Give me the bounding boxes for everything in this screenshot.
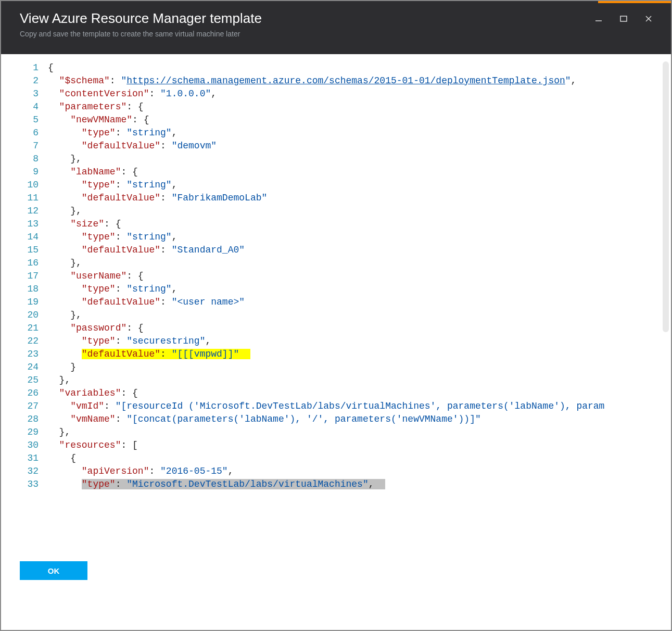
code-content: "defaultValue": "Standard_A0" (48, 244, 671, 257)
line-number: 27 (1, 400, 48, 413)
code-line: 33 "type": "Microsoft.DevTestLab/labs/vi… (1, 478, 671, 491)
line-number: 32 (1, 465, 48, 478)
line-number: 6 (1, 127, 48, 140)
token-key: "parameters" (59, 102, 127, 112)
token-punc: : (116, 232, 127, 242)
token-key: "size" (70, 219, 104, 229)
code-line: 9 "labName": { (1, 166, 671, 179)
line-number: 20 (1, 309, 48, 322)
ok-button[interactable]: OK (20, 561, 87, 580)
code-editor[interactable]: 1{2 "$schema": "https://schema.managemen… (1, 54, 671, 545)
token-punc: : (116, 414, 127, 424)
token-key: "type" (82, 128, 116, 138)
code-line: 30 "resources": [ (1, 439, 671, 452)
code-line: 6 "type": "string", (1, 127, 671, 140)
maximize-icon[interactable] (617, 14, 630, 24)
token-str: "string" (126, 180, 171, 190)
code-line: 2 "$schema": "https://schema.management.… (1, 74, 671, 87)
token-punc (48, 401, 70, 411)
code-content: "type": "string", (48, 283, 671, 296)
token-punc: : { (126, 102, 143, 112)
token-punc: : (116, 284, 127, 294)
code-content: { (48, 452, 671, 465)
line-number: 10 (1, 179, 48, 192)
token-punc: , (172, 232, 177, 242)
token-key: "newVMName" (70, 115, 132, 125)
code-content: "size": { (48, 218, 671, 231)
scrollbar[interactable] (663, 61, 669, 332)
selected-line: "type": "Microsoft.DevTestLab/labs/virtu… (82, 479, 385, 489)
token-punc (48, 440, 59, 450)
token-str: "securestring" (126, 336, 205, 346)
code-line: 21 "password": { (1, 322, 671, 335)
token-punc: { (48, 453, 76, 463)
code-line: 27 "vmId": "[resourceId ('Microsoft.DevT… (1, 400, 671, 413)
token-punc (48, 479, 82, 489)
code-content: "defaultValue": "<user name>" (48, 296, 671, 309)
code-line: 31 { (1, 452, 671, 465)
token-punc (48, 219, 70, 229)
token-punc (48, 297, 82, 307)
code-line: 11 "defaultValue": "FabrikamDemoLab" (1, 192, 671, 205)
code-line: 26 "variables": { (1, 387, 671, 400)
line-number: 22 (1, 335, 48, 348)
token-punc: , (369, 479, 374, 489)
token-punc (48, 323, 70, 333)
token-str: " (565, 75, 571, 86)
dialog-footer: OK (1, 542, 671, 630)
token-punc: : (160, 349, 172, 359)
token-punc: , (211, 89, 217, 99)
token-punc (48, 89, 59, 99)
token-punc: : { (121, 388, 137, 398)
token-punc: } (48, 362, 76, 372)
line-number: 29 (1, 426, 48, 439)
line-number: 14 (1, 231, 48, 244)
token-str: "string" (126, 128, 171, 138)
token-str: "Standard_A0" (172, 245, 245, 255)
line-number: 23 (1, 348, 48, 361)
token-punc (48, 128, 82, 138)
token-key: "type" (82, 284, 116, 294)
code-line: 29 }, (1, 426, 671, 439)
line-number: 8 (1, 153, 48, 166)
code-content: "$schema": "https://schema.management.az… (48, 74, 671, 87)
token-str: "string" (126, 232, 171, 242)
code-content: }, (48, 205, 671, 218)
token-punc: , (228, 466, 234, 476)
code-line: 3 "contentVersion": "1.0.0.0", (1, 87, 671, 100)
token-punc (48, 245, 82, 255)
token-key: "vmName" (70, 414, 115, 424)
token-str: "string" (126, 284, 171, 294)
token-key: "type" (82, 479, 116, 489)
token-punc: : (160, 297, 172, 307)
token-key: "type" (82, 336, 116, 346)
dialog-subtitle: Copy and save the template to create the… (20, 30, 592, 38)
token-str: "[concat(parameters('labName'), '/', par… (126, 414, 481, 424)
token-punc (48, 349, 82, 359)
token-punc: : (110, 75, 121, 86)
code-content: { (48, 61, 671, 74)
code-line: 25 }, (1, 374, 671, 387)
line-number: 3 (1, 87, 48, 100)
line-number: 28 (1, 413, 48, 426)
code-content: }, (48, 374, 671, 387)
token-punc (48, 414, 70, 424)
token-punc: }, (48, 375, 70, 385)
token-key: "defaultValue" (82, 245, 160, 255)
token-punc: : (160, 245, 172, 255)
code-line: 5 "newVMName": { (1, 113, 671, 127)
token-punc: : (116, 479, 127, 489)
code-content: "resources": [ (48, 439, 671, 452)
token-punc: , (172, 128, 177, 138)
token-punc: : [ (121, 440, 137, 450)
code-content: "newVMName": { (48, 113, 671, 127)
minimize-icon[interactable] (592, 14, 605, 24)
token-punc: }, (48, 154, 82, 164)
code-content: "contentVersion": "1.0.0.0", (48, 87, 671, 100)
code-line: 20 }, (1, 309, 671, 322)
close-icon[interactable] (642, 14, 655, 24)
token-key: "defaultValue" (82, 297, 160, 307)
code-content: "variables": { (48, 387, 671, 400)
schema-link[interactable]: https://schema.management.azure.com/sche… (126, 75, 565, 86)
code-line: 23 "defaultValue": "[[[vmpwd]]" (1, 348, 671, 361)
